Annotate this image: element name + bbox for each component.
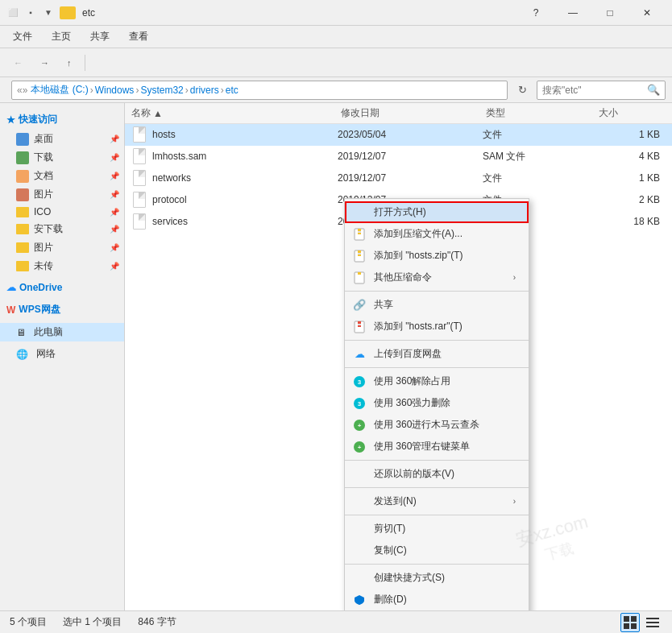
forward-button[interactable]: → [33, 52, 56, 74]
ctx-add-to-zip-dialog[interactable]: 添加到压缩文件(A)... [345, 223, 529, 245]
file-icon-lmhosts [131, 148, 147, 164]
menu-home[interactable]: 主页 [42, 27, 81, 47]
svg-rect-22 [624, 616, 629, 622]
file-row-hosts[interactable]: hosts 2023/05/04 文件 1 KB [125, 124, 672, 146]
menu-share[interactable]: 共享 [81, 27, 119, 47]
up-button[interactable]: ↑ [60, 52, 79, 74]
sidebar-item-network[interactable]: 🌐 网络 [0, 345, 124, 363]
address-path[interactable]: «» 本地磁盘 (C:) › Windows › System32 › driv… [11, 81, 508, 100]
sidebar-label-desktop: 桌面 [34, 132, 53, 146]
address-bar: «» 本地磁盘 (C:) › Windows › System32 › driv… [0, 77, 672, 103]
title-bar-icon1: ▪ [24, 6, 37, 19]
path-sep-4: › [221, 85, 224, 96]
col-date-label: 修改日期 [341, 106, 380, 120]
file-date-lmhosts: 2019/12/07 [338, 151, 483, 162]
file-name-protocol: protocol [152, 194, 338, 205]
file-type-lmhosts: SAM 文件 [483, 150, 595, 163]
file-icon-services [131, 213, 147, 230]
ctx-share-label: 共享 [374, 298, 393, 312]
path-item-system32[interactable]: System32 [140, 85, 183, 96]
sidebar-item-pc[interactable]: 🖥 此电脑 [0, 323, 124, 341]
sidebar-onedrive-section: ☁OneDrive [0, 279, 124, 296]
ctx-restore-version[interactable]: 还原以前的版本(V) [345, 463, 529, 485]
sidebar-item-downloads[interactable]: 下载 📌 [0, 148, 124, 167]
ctx-360-scan-label: 使用 360进行木马云查杀 [374, 418, 479, 432]
col-header-size[interactable]: 大小 [599, 106, 663, 120]
sort-icon: ▲ [153, 108, 163, 119]
pin-icon: 📌 [110, 134, 119, 143]
detail-view-button[interactable] [643, 613, 662, 632]
maximize-button[interactable]: □ [591, 0, 628, 26]
zip-icon-2 [351, 250, 367, 263]
ctx-restore-label: 还原以前的版本(V) [374, 467, 454, 481]
svg-rect-13 [358, 325, 361, 327]
toolbar: ← → ↑ [0, 48, 672, 77]
ctx-delete[interactable]: 删除(D) [345, 589, 529, 610]
ctx-arrow-2: › [513, 497, 516, 506]
sidebar-item-ico[interactable]: ICO 📌 [0, 204, 124, 220]
file-row-lmhosts[interactable]: lmhosts.sam 2019/12/07 SAM 文件 4 KB [125, 146, 672, 168]
refresh-button[interactable]: ↻ [512, 81, 532, 100]
sidebar-item-desktop[interactable]: 桌面 📌 [0, 130, 124, 148]
baidu-icon: ☁ [351, 348, 367, 361]
col-name-label: 名称 [131, 106, 151, 120]
ctx-cut[interactable]: 剪切(T) [345, 518, 529, 540]
sidebar-item-pics[interactable]: 图片 📌 [0, 185, 124, 204]
ctx-add-hosts-rar[interactable]: 添加到 "hosts.rar"(T) [345, 316, 529, 337]
ctx-360-force-del-label: 使用 360强力删除 [374, 396, 450, 410]
sidebar-item-img[interactable]: 图片 📌 [0, 238, 124, 257]
col-header-type[interactable]: 类型 [486, 106, 599, 120]
sidebar-item-install[interactable]: 安下载 📌 [0, 220, 124, 238]
ctx-add-hosts-zip[interactable]: 添加到 "hosts.zip"(T) [345, 245, 529, 267]
sidebar-item-upload[interactable]: 未传 📌 [0, 257, 124, 275]
back-button[interactable]: ← [6, 52, 30, 74]
ctx-360-scan[interactable]: + 使用 360进行木马云查杀 [345, 414, 529, 436]
file-size-networks: 1 KB [595, 172, 660, 184]
ctx-other-compress[interactable]: 其他压缩命令 › [345, 267, 529, 288]
ctx-360-unlock[interactable]: 3 使用 360解除占用 [345, 370, 529, 392]
list-view-button[interactable] [620, 613, 640, 632]
path-item-etc[interactable]: etc [226, 85, 239, 96]
ctx-baidu-upload[interactable]: ☁ 上传到百度网盘 [345, 343, 529, 365]
file-date-networks: 2019/12/07 [338, 172, 483, 184]
file-list-header: 名称 ▲ 修改日期 类型 大小 [125, 103, 672, 124]
sidebar-quick-access-header[interactable]: ★快速访问 [0, 110, 124, 130]
ctx-sep-6 [345, 515, 529, 515]
menu-file[interactable]: 文件 [3, 27, 42, 47]
file-size-lmhosts: 4 KB [595, 151, 660, 162]
pin-icon-5: 📌 [110, 208, 119, 217]
sidebar-label-pc: 此电脑 [34, 325, 63, 339]
ctx-create-shortcut[interactable]: 创建快捷方式(S) [345, 567, 529, 589]
col-header-name[interactable]: 名称 ▲ [131, 106, 341, 120]
zip-icon [351, 228, 367, 241]
download-icon [16, 151, 29, 164]
search-input[interactable] [542, 85, 644, 96]
path-item-windows[interactable]: Windows [95, 85, 135, 96]
sidebar-wps-header[interactable]: WWPS网盘 [0, 300, 124, 320]
rar-icon [351, 321, 367, 333]
file-icon-protocol [131, 192, 147, 208]
ctx-copy[interactable]: 复制(C) [345, 540, 529, 561]
file-row-networks[interactable]: networks 2019/12/07 文件 1 KB [125, 168, 672, 189]
path-item-c[interactable]: 本地磁盘 (C:) [31, 83, 88, 97]
context-menu: 打开方式(H) 添加到压缩文件(A)... [344, 198, 529, 610]
view-controls [620, 613, 662, 632]
title-bar-icons: ⬜ ▪ ▼ [6, 6, 76, 19]
file-type-hosts: 文件 [483, 128, 595, 142]
sidebar-onedrive-header[interactable]: ☁OneDrive [0, 279, 124, 296]
path-item-drivers[interactable]: drivers [190, 85, 219, 96]
menu-view[interactable]: 查看 [119, 27, 158, 47]
ctx-share[interactable]: 🔗 共享 [345, 294, 529, 316]
ctx-360-manage[interactable]: + 使用 360管理右键菜单 [345, 436, 529, 457]
sidebar-item-docs[interactable]: 文档 📌 [0, 167, 124, 185]
minimize-button[interactable]: — [554, 0, 591, 26]
search-box[interactable]: 🔍 [537, 81, 666, 100]
help-button[interactable]: ? [517, 0, 554, 26]
system-menu-icon[interactable]: ⬜ [6, 6, 19, 19]
close-button[interactable]: ✕ [628, 0, 666, 26]
ctx-send-to[interactable]: 发送到(N) › [345, 490, 529, 512]
col-header-date[interactable]: 修改日期 [341, 106, 486, 120]
svg-rect-26 [646, 618, 659, 619]
ctx-360-force-delete[interactable]: 3 使用 360强力删除 [345, 392, 529, 414]
ctx-open-with[interactable]: 打开方式(H) [345, 201, 529, 223]
